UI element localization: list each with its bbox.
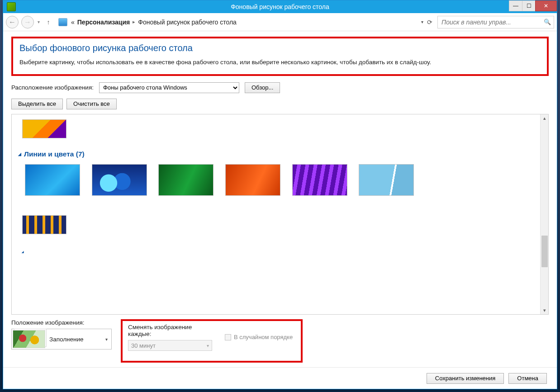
search-box[interactable]: 🔍: [437, 16, 554, 28]
breadcrumb-personalization[interactable]: Персонализация: [77, 19, 130, 26]
location-label: Расположение изображения:: [11, 84, 94, 91]
wallpaper-thumb[interactable]: [92, 165, 147, 195]
wallpaper-thumb[interactable]: [25, 165, 80, 195]
search-icon[interactable]: 🔍: [544, 19, 551, 25]
select-all-button[interactable]: Выделить все: [11, 99, 63, 109]
scrollbar[interactable]: ▴ ▾: [540, 114, 548, 314]
minimize-button[interactable]: —: [509, 0, 522, 11]
refresh-button[interactable]: ⟳: [427, 19, 432, 26]
scroll-thumb[interactable]: [541, 236, 548, 267]
history-dropdown[interactable]: ▾: [37, 19, 41, 24]
title-bar[interactable]: Фоновый рисунок рабочего стола — ☐ ✕: [3, 0, 557, 13]
wallpaper-thumb[interactable]: [159, 165, 213, 195]
interval-label: Сменять изображение каждые:: [128, 324, 209, 337]
location-icon: [58, 18, 67, 26]
nav-bar: ← → ▾ ↑ « Персонализация ▸ Фоновый рисун…: [3, 13, 557, 31]
shuffle-label: В случайном порядке: [234, 334, 293, 340]
position-combo[interactable]: Заполнение ▾: [11, 329, 112, 349]
wallpaper-thumb[interactable]: [23, 216, 66, 234]
interval-highlight: Сменять изображение каждые: 30 минут ▾ В…: [121, 319, 303, 363]
dialog-footer: Сохранить изменения Отмена: [3, 367, 557, 389]
page-subtitle: Выберите картинку, чтобы использовать ее…: [19, 58, 541, 67]
position-label: Положение изображения:: [11, 319, 112, 326]
up-button[interactable]: ↑: [43, 17, 53, 27]
address-dropdown-icon[interactable]: ▾: [421, 19, 423, 24]
browse-button[interactable]: Обзор...: [245, 82, 280, 93]
chevron-down-icon: ▾: [102, 337, 111, 342]
page-title: Выбор фонового рисунка рабочего стола: [19, 43, 541, 53]
interval-combo: 30 минут ▾: [128, 340, 212, 351]
scroll-up-icon[interactable]: ▴: [541, 114, 548, 123]
breadcrumb-prefix: «: [71, 19, 75, 26]
window-title: Фоновый рисунок рабочего стола: [231, 3, 329, 10]
breadcrumb-desktop-bg[interactable]: Фоновый рисунок рабочего стола: [138, 19, 237, 26]
checkbox-box: [225, 334, 231, 340]
forward-button[interactable]: →: [21, 16, 34, 28]
clear-all-button[interactable]: Очистить все: [66, 99, 117, 109]
maximize-button[interactable]: ☐: [522, 0, 536, 11]
back-button[interactable]: ←: [6, 16, 19, 28]
wallpaper-thumb[interactable]: [293, 165, 347, 195]
breadcrumb-separator-icon: ▸: [133, 19, 135, 25]
wallpaper-thumb[interactable]: [359, 165, 413, 195]
close-button[interactable]: ✕: [535, 0, 557, 11]
scroll-down-icon[interactable]: ▾: [541, 306, 548, 314]
location-combo[interactable]: Фоны рабочего стола Windows: [99, 82, 239, 93]
wallpaper-list: Линии и цвета (7) ◢ ... ▴ ▾: [11, 114, 549, 315]
group-next-peek: ◢ ...: [18, 250, 536, 253]
wallpaper-thumb[interactable]: [23, 120, 66, 138]
interval-value: 30 минут: [131, 342, 156, 349]
app-icon: [7, 2, 16, 11]
position-preview-icon: [13, 331, 45, 348]
group-lines-colors[interactable]: Линии и цвета (7): [18, 150, 536, 158]
cancel-button[interactable]: Отмена: [508, 373, 547, 384]
control-panel-window: Фоновый рисунок рабочего стола — ☐ ✕ ← →…: [3, 0, 557, 389]
search-input[interactable]: [441, 18, 544, 26]
position-value: Заполнение: [47, 329, 102, 349]
shuffle-checkbox: В случайном порядке: [225, 334, 293, 340]
wallpaper-thumb[interactable]: [226, 165, 280, 195]
chevron-down-icon: ▾: [207, 343, 209, 348]
breadcrumb-bar[interactable]: « Персонализация ▸ Фоновый рисунок рабоч…: [56, 17, 435, 28]
hero-highlight: Выбор фонового рисунка рабочего стола Вы…: [11, 37, 549, 76]
save-button[interactable]: Сохранить изменения: [427, 373, 504, 384]
